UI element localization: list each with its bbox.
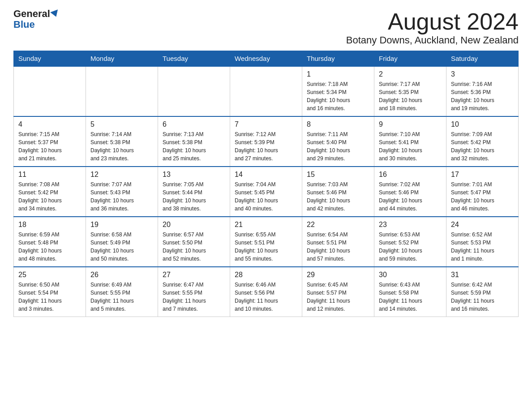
day-info: Sunrise: 7:07 AMSunset: 5:43 PMDaylight:… [90, 180, 153, 213]
calendar-cell: 18Sunrise: 6:59 AMSunset: 5:48 PMDayligh… [14, 217, 86, 267]
col-wednesday: Wednesday [230, 51, 302, 67]
day-number: 3 [451, 70, 514, 78]
day-number: 11 [18, 171, 81, 179]
day-info: Sunrise: 7:01 AMSunset: 5:47 PMDaylight:… [451, 180, 514, 213]
calendar-cell: 23Sunrise: 6:53 AMSunset: 5:52 PMDayligh… [374, 217, 446, 267]
calendar-cell: 25Sunrise: 6:50 AMSunset: 5:54 PMDayligh… [14, 267, 86, 317]
calendar-cell: 28Sunrise: 6:46 AMSunset: 5:56 PMDayligh… [230, 267, 302, 317]
day-number: 28 [235, 271, 297, 279]
calendar-cell: 15Sunrise: 7:03 AMSunset: 5:46 PMDayligh… [302, 167, 374, 217]
day-info: Sunrise: 7:09 AMSunset: 5:42 PMDaylight:… [451, 130, 514, 163]
day-number: 13 [163, 171, 225, 179]
day-number: 26 [90, 271, 153, 279]
day-number: 29 [307, 271, 369, 279]
day-info: Sunrise: 7:16 AMSunset: 5:36 PMDaylight:… [451, 80, 514, 112]
calendar-cell: 20Sunrise: 6:57 AMSunset: 5:50 PMDayligh… [158, 217, 230, 267]
calendar-cell: 4Sunrise: 7:15 AMSunset: 5:37 PMDaylight… [14, 116, 86, 167]
day-info: Sunrise: 7:18 AMSunset: 5:34 PMDaylight:… [307, 80, 369, 112]
calendar-cell: 19Sunrise: 6:58 AMSunset: 5:49 PMDayligh… [86, 217, 158, 267]
week-row-5: 25Sunrise: 6:50 AMSunset: 5:54 PMDayligh… [14, 267, 519, 317]
day-info: Sunrise: 7:03 AMSunset: 5:46 PMDaylight:… [307, 180, 369, 213]
day-number: 19 [90, 221, 153, 229]
calendar-cell [230, 66, 302, 116]
calendar-cell: 6Sunrise: 7:13 AMSunset: 5:38 PMDaylight… [158, 116, 230, 167]
calendar-cell: 8Sunrise: 7:11 AMSunset: 5:40 PMDaylight… [302, 116, 374, 167]
day-number: 7 [235, 120, 297, 128]
day-number: 18 [18, 221, 81, 229]
day-number: 21 [235, 221, 297, 229]
day-number: 31 [451, 271, 514, 279]
day-number: 10 [451, 120, 514, 128]
calendar-cell: 27Sunrise: 6:47 AMSunset: 5:55 PMDayligh… [158, 267, 230, 317]
logo-blue-text: Blue [13, 19, 35, 30]
day-info: Sunrise: 7:10 AMSunset: 5:41 PMDaylight:… [379, 130, 442, 163]
calendar-table: Sunday Monday Tuesday Wednesday Thursday… [13, 51, 519, 317]
day-info: Sunrise: 7:14 AMSunset: 5:38 PMDaylight:… [90, 130, 153, 163]
day-info: Sunrise: 6:53 AMSunset: 5:52 PMDaylight:… [379, 231, 442, 263]
week-row-1: 1Sunrise: 7:18 AMSunset: 5:34 PMDaylight… [14, 66, 519, 116]
day-number: 30 [379, 271, 442, 279]
month-title: August 2024 [346, 9, 519, 34]
day-info: Sunrise: 6:43 AMSunset: 5:58 PMDaylight:… [379, 281, 442, 313]
calendar-cell: 30Sunrise: 6:43 AMSunset: 5:58 PMDayligh… [374, 267, 446, 317]
day-info: Sunrise: 7:12 AMSunset: 5:39 PMDaylight:… [235, 130, 297, 163]
day-number: 14 [235, 171, 297, 179]
day-number: 23 [379, 221, 442, 229]
calendar-cell: 22Sunrise: 6:54 AMSunset: 5:51 PMDayligh… [302, 217, 374, 267]
day-info: Sunrise: 6:50 AMSunset: 5:54 PMDaylight:… [18, 281, 81, 313]
calendar-cell [86, 66, 158, 116]
day-number: 25 [18, 271, 81, 279]
day-info: Sunrise: 6:42 AMSunset: 5:59 PMDaylight:… [451, 281, 514, 313]
calendar-cell: 21Sunrise: 6:55 AMSunset: 5:51 PMDayligh… [230, 217, 302, 267]
day-info: Sunrise: 7:02 AMSunset: 5:46 PMDaylight:… [379, 180, 442, 213]
day-info: Sunrise: 7:15 AMSunset: 5:37 PMDaylight:… [18, 130, 81, 163]
day-info: Sunrise: 7:13 AMSunset: 5:38 PMDaylight:… [163, 130, 225, 163]
calendar-cell [14, 66, 86, 116]
calendar-cell: 24Sunrise: 6:52 AMSunset: 5:53 PMDayligh… [446, 217, 519, 267]
day-info: Sunrise: 7:11 AMSunset: 5:40 PMDaylight:… [307, 130, 369, 163]
day-info: Sunrise: 6:59 AMSunset: 5:48 PMDaylight:… [18, 231, 81, 263]
day-info: Sunrise: 6:52 AMSunset: 5:53 PMDaylight:… [451, 231, 514, 263]
col-monday: Monday [86, 51, 158, 67]
day-info: Sunrise: 6:49 AMSunset: 5:55 PMDaylight:… [90, 281, 153, 313]
calendar-cell: 13Sunrise: 7:05 AMSunset: 5:44 PMDayligh… [158, 167, 230, 217]
day-number: 17 [451, 171, 514, 179]
day-number: 16 [379, 171, 442, 179]
calendar-cell: 3Sunrise: 7:16 AMSunset: 5:36 PMDaylight… [446, 66, 519, 116]
day-info: Sunrise: 7:05 AMSunset: 5:44 PMDaylight:… [163, 180, 225, 213]
day-number: 27 [163, 271, 225, 279]
calendar-cell: 2Sunrise: 7:17 AMSunset: 5:35 PMDaylight… [374, 66, 446, 116]
day-number: 1 [307, 70, 369, 78]
calendar-cell: 12Sunrise: 7:07 AMSunset: 5:43 PMDayligh… [86, 167, 158, 217]
day-info: Sunrise: 6:54 AMSunset: 5:51 PMDaylight:… [307, 231, 369, 263]
calendar-cell: 17Sunrise: 7:01 AMSunset: 5:47 PMDayligh… [446, 167, 519, 217]
calendar-cell: 5Sunrise: 7:14 AMSunset: 5:38 PMDaylight… [86, 116, 158, 167]
col-tuesday: Tuesday [158, 51, 230, 67]
day-info: Sunrise: 7:08 AMSunset: 5:42 PMDaylight:… [18, 180, 81, 213]
day-number: 12 [90, 171, 153, 179]
day-info: Sunrise: 6:58 AMSunset: 5:49 PMDaylight:… [90, 231, 153, 263]
calendar-cell [158, 66, 230, 116]
calendar-cell: 31Sunrise: 6:42 AMSunset: 5:59 PMDayligh… [446, 267, 519, 317]
week-row-2: 4Sunrise: 7:15 AMSunset: 5:37 PMDaylight… [14, 116, 519, 167]
calendar-cell: 7Sunrise: 7:12 AMSunset: 5:39 PMDaylight… [230, 116, 302, 167]
day-number: 20 [163, 221, 225, 229]
day-info: Sunrise: 6:45 AMSunset: 5:57 PMDaylight:… [307, 281, 369, 313]
calendar-cell: 10Sunrise: 7:09 AMSunset: 5:42 PMDayligh… [446, 116, 519, 167]
col-sunday: Sunday [14, 51, 86, 67]
calendar-cell: 11Sunrise: 7:08 AMSunset: 5:42 PMDayligh… [14, 167, 86, 217]
logo-triangle-icon [50, 9, 60, 18]
header: General Blue August 2024 Botany Downs, A… [13, 9, 519, 46]
day-number: 22 [307, 221, 369, 229]
page: General Blue August 2024 Botany Downs, A… [0, 0, 532, 326]
calendar-cell: 26Sunrise: 6:49 AMSunset: 5:55 PMDayligh… [86, 267, 158, 317]
calendar-cell: 29Sunrise: 6:45 AMSunset: 5:57 PMDayligh… [302, 267, 374, 317]
col-saturday: Saturday [446, 51, 519, 67]
logo-general-text: General [13, 9, 50, 19]
day-number: 5 [90, 120, 153, 128]
day-number: 8 [307, 120, 369, 128]
calendar-header-row: Sunday Monday Tuesday Wednesday Thursday… [14, 51, 519, 67]
week-row-3: 11Sunrise: 7:08 AMSunset: 5:42 PMDayligh… [14, 167, 519, 217]
col-thursday: Thursday [302, 51, 374, 67]
calendar-cell: 14Sunrise: 7:04 AMSunset: 5:45 PMDayligh… [230, 167, 302, 217]
